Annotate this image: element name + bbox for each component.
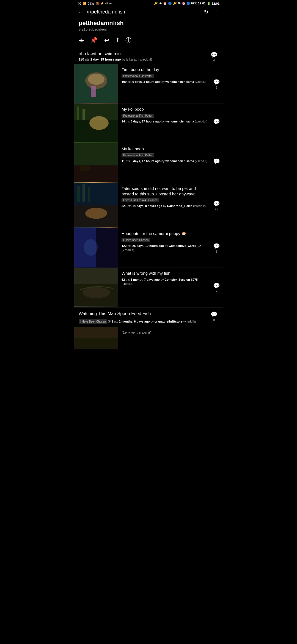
post-item: Tater said she did not want to be pet an… xyxy=(74,183,223,228)
post-item: My koi boop Professional Fish Petter 11 … xyxy=(74,143,223,183)
comment-icon: 💬 xyxy=(213,79,220,85)
comment-count: 22 xyxy=(215,208,218,211)
comment-icon: 💬 xyxy=(213,243,220,249)
svg-rect-33 xyxy=(74,338,118,349)
flair-badge: Professional Fish Petter xyxy=(122,153,154,157)
status-bar: 4G 📶 0 K/s 🔕 ⚡ 47 ··· 🔑 👁 ⏰ 🔵 🔑 👁 ⏰ 🔵 67… xyxy=(74,0,223,6)
post-meta: 62 pts 1 month, 7 days ago by Complex-Se… xyxy=(122,278,208,286)
status-right: 🔑 👁 ⏰ 🔵 🔑 👁 ⏰ 🔵 67% 12:01 🔋 12:01 xyxy=(154,2,219,5)
svg-point-7 xyxy=(89,116,109,130)
signal-icon: 4G xyxy=(78,2,82,5)
svg-rect-3 xyxy=(91,86,96,97)
post-item: Headpats for the samurai puppy 🐡 I Have … xyxy=(74,228,223,268)
bottom-post-meta: I Have Been Chosen 341 pts 2 months, 6 d… xyxy=(79,318,210,324)
share-button[interactable]: ⤴ xyxy=(116,37,119,44)
nav-icons: ≡ ↻ ⋮ xyxy=(196,9,219,15)
post-title[interactable]: What is wrong with my fish xyxy=(122,271,208,276)
subreddit-title: /r/petthedamnfish xyxy=(87,9,192,15)
subreddit-name: petthedamnfish xyxy=(79,20,218,27)
subscriber-count: 8 215 subscribers xyxy=(79,27,218,31)
svg-rect-9 xyxy=(82,109,85,120)
bottom-post-comment-btn[interactable]: 💬 9 xyxy=(210,311,218,321)
comment-icon: 💬 xyxy=(211,51,218,58)
post-title[interactable]: My koi boop xyxy=(122,146,208,152)
alarm-icon: ⏰ xyxy=(163,2,167,5)
comment-count: 8 xyxy=(216,250,217,253)
post-comment-btn[interactable]: 💬 3 xyxy=(210,104,223,143)
post-info: What is wrong with my fish 62 pts 1 mont… xyxy=(118,268,210,307)
refresh-button[interactable]: ↻ xyxy=(204,9,208,15)
battery-icon: 🔋 xyxy=(207,2,211,5)
unpin-button[interactable]: 📌 xyxy=(90,37,98,44)
bottom-post-content: Watching This Man Spoon Feed Fish I Have… xyxy=(79,311,210,324)
svg-point-26 xyxy=(84,239,98,256)
svg-point-2 xyxy=(88,74,105,85)
partial-post: "Lemme just pet it" xyxy=(74,327,223,349)
partial-thumbnail xyxy=(74,327,118,349)
comment-count: 3 xyxy=(216,125,217,129)
svg-rect-19 xyxy=(77,186,80,202)
post-meta: 11 pts 6 days, 17 hours ago by wenomenci… xyxy=(122,159,208,163)
post-info: Headpats for the samurai puppy 🐡 I Have … xyxy=(118,228,210,268)
first-post-content: of a lawd he swimmin' 180 pts 1 day, 19 … xyxy=(79,51,210,61)
post-title[interactable]: Tater said she did not want to be pet an… xyxy=(122,186,208,197)
comment-count: 7 xyxy=(216,290,217,293)
first-post-comment-count: 4 xyxy=(213,59,215,62)
action-bar: ✭ 📌 ↩ ⤴ ⓘ xyxy=(74,34,223,48)
flair-badge: Loves Fish From A Distance xyxy=(122,198,159,202)
post-info: Tater said she did not want to be pet an… xyxy=(118,183,210,228)
post-meta: 94 pts 6 days, 17 hours ago by wenomenci… xyxy=(122,119,208,124)
post-meta: 109 pts 6 days, 3 hours ago by wenomenci… xyxy=(122,80,208,84)
post-info: My koi boop Professional Fish Petter 11 … xyxy=(118,143,210,183)
post-thumbnail xyxy=(74,228,118,268)
post-title[interactable]: Headpats for the samurai puppy 🐡 xyxy=(122,231,208,236)
first-post: of a lawd he swimmin' 180 pts 1 day, 19 … xyxy=(74,48,223,64)
time: 12:01 xyxy=(212,2,219,5)
more-menu-button[interactable]: ⋮ xyxy=(213,9,219,15)
filter-icon[interactable]: ≡ xyxy=(196,9,199,15)
post-title[interactable]: First boop of the day xyxy=(122,67,208,72)
post-meta: 122 pts 25 days, 10 hours ago by Competi… xyxy=(122,244,208,252)
status-left: 4G 📶 0 K/s 🔕 ⚡ 47 ··· xyxy=(78,2,112,5)
first-post-author[interactable]: Ejkarau xyxy=(126,58,138,61)
svg-point-18 xyxy=(85,208,107,219)
key-icon: 🔑 xyxy=(154,2,158,5)
post-thumbnail xyxy=(74,104,118,143)
bottom-post: Watching This Man Spoon Feed Fish I Have… xyxy=(74,307,223,327)
flair-badge: I Have Been Chosen xyxy=(79,319,107,324)
comment-icon: 💬 xyxy=(213,200,220,207)
bottom-post-title[interactable]: Watching This Man Spoon Feed Fish xyxy=(79,311,210,317)
svg-point-30 xyxy=(82,287,110,298)
flair-badge: Professional Fish Petter xyxy=(122,114,154,118)
comment-count: 9 xyxy=(216,86,217,89)
back-button[interactable]: ← xyxy=(78,9,84,15)
unstar-button[interactable]: ✭ xyxy=(79,37,84,44)
post-meta: 321 pts 14 days, 8 hours ago by Raindrop… xyxy=(122,204,208,208)
post-thumbnail xyxy=(74,64,118,103)
battery-percent: 🔑 👁 ⏰ 🔵 67% 12:01 xyxy=(173,2,205,5)
first-post-title[interactable]: of a lawd he swimmin' xyxy=(79,51,210,56)
comment-icon: 💬 xyxy=(211,311,218,318)
comment-icon: 💬 xyxy=(213,158,220,165)
partial-post-quote: "Lemme just pet it" xyxy=(118,327,155,337)
post-comment-btn[interactable]: 💬 22 xyxy=(210,183,223,228)
first-post-comment-btn[interactable]: 💬 4 xyxy=(210,51,218,62)
svg-rect-8 xyxy=(77,107,79,120)
post-thumbnail xyxy=(74,268,118,307)
info-button[interactable]: ⓘ xyxy=(125,36,131,45)
comment-icon: 💬 xyxy=(213,118,220,125)
post-title[interactable]: My koi boop xyxy=(122,107,208,112)
first-post-pts: 180 xyxy=(79,58,84,61)
post-comment-btn[interactable]: 💬 7 xyxy=(210,268,223,307)
post-comment-btn[interactable]: 💬 9 xyxy=(210,64,223,103)
post-comment-btn[interactable]: 💬 8 xyxy=(210,228,223,268)
sub-header: petthedamnfish 8 215 subscribers xyxy=(74,17,223,34)
comment-count: 9 xyxy=(213,318,215,321)
quote-text: "Lemme just pet it" xyxy=(122,330,151,334)
post-item: First boop of the day Professional Fish … xyxy=(74,64,223,104)
reply-button[interactable]: ↩ xyxy=(104,37,109,44)
post-comment-btn[interactable]: 💬 0 xyxy=(210,143,223,183)
svg-rect-20 xyxy=(82,184,85,202)
post-list: First boop of the day Professional Fish … xyxy=(74,64,223,307)
eye-icon: 👁 xyxy=(159,2,162,5)
